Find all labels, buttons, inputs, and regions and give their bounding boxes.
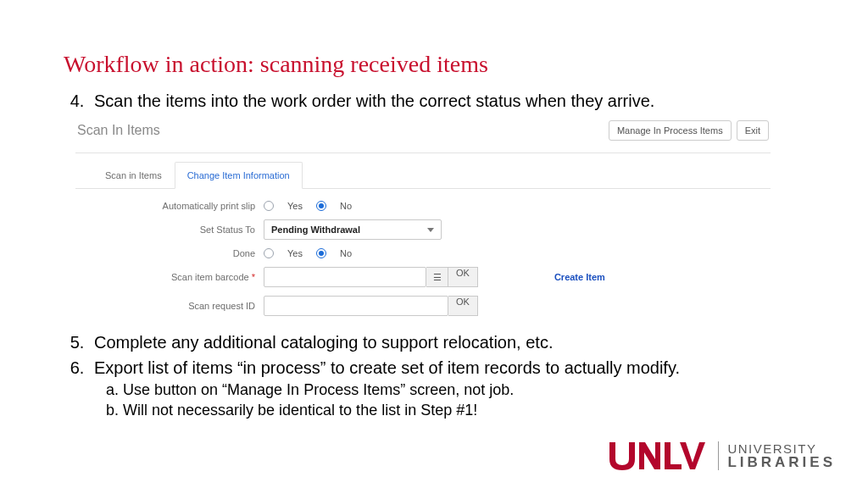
radio-label-no-2: No	[340, 248, 352, 258]
radio-auto-print-no[interactable]	[316, 201, 326, 211]
status-select[interactable]: Pending Withdrawal	[264, 219, 442, 240]
step-6: Export list of items “in process” to cre…	[89, 357, 804, 421]
scan-request-input[interactable]	[264, 296, 448, 316]
manage-in-process-button[interactable]: Manage In Process Items	[609, 120, 732, 141]
status-select-value: Pending Withdrawal	[271, 225, 360, 235]
logo-libraries: LIBRARIES	[727, 455, 836, 469]
tab-scan-in-items[interactable]: Scan in Items	[92, 162, 175, 189]
label-scan-barcode: Scan item barcode *	[75, 272, 264, 282]
label-done: Done	[75, 248, 264, 258]
label-auto-print: Automatically print slip	[75, 201, 264, 211]
logo-university: UNIVERSITY	[727, 442, 836, 455]
radio-done-no[interactable]	[316, 248, 326, 258]
radio-auto-print-yes[interactable]	[264, 201, 274, 211]
step-4: Scan the items into the work order with …	[89, 90, 804, 112]
label-scan-request: Scan request ID	[75, 301, 264, 311]
scan-in-items-app: Scan In Items Manage In Process Items Ex…	[75, 120, 771, 316]
radio-label-no: No	[340, 201, 352, 211]
exit-button[interactable]: Exit	[737, 120, 769, 141]
step-5: Complete any additional cataloging to su…	[89, 331, 804, 353]
create-item-link[interactable]: Create Item	[554, 272, 605, 282]
list-icon[interactable]: ☰	[426, 267, 448, 287]
label-set-status: Set Status To	[75, 225, 264, 235]
logo-divider	[718, 441, 719, 470]
request-ok-button[interactable]: OK	[448, 296, 478, 316]
unlv-wordmark	[608, 441, 709, 471]
step-6b: Will not necessarily be identical to the…	[123, 401, 804, 420]
tab-change-item-information[interactable]: Change Item Information	[175, 162, 303, 189]
unlv-libraries-logo: UNIVERSITY LIBRARIES	[608, 441, 836, 471]
step-6a: Use button on “Manage In Process Items” …	[123, 380, 804, 400]
app-title: Scan In Items	[77, 123, 160, 138]
required-mark: *	[252, 272, 255, 282]
scan-barcode-input[interactable]	[264, 267, 426, 287]
radio-done-yes[interactable]	[264, 248, 274, 258]
barcode-ok-button[interactable]: OK	[448, 267, 478, 287]
chevron-down-icon	[427, 228, 434, 232]
slide-title: Workflow in action: scanning received it…	[64, 51, 804, 78]
radio-label-yes: Yes	[287, 201, 303, 211]
radio-label-yes-2: Yes	[287, 248, 303, 258]
